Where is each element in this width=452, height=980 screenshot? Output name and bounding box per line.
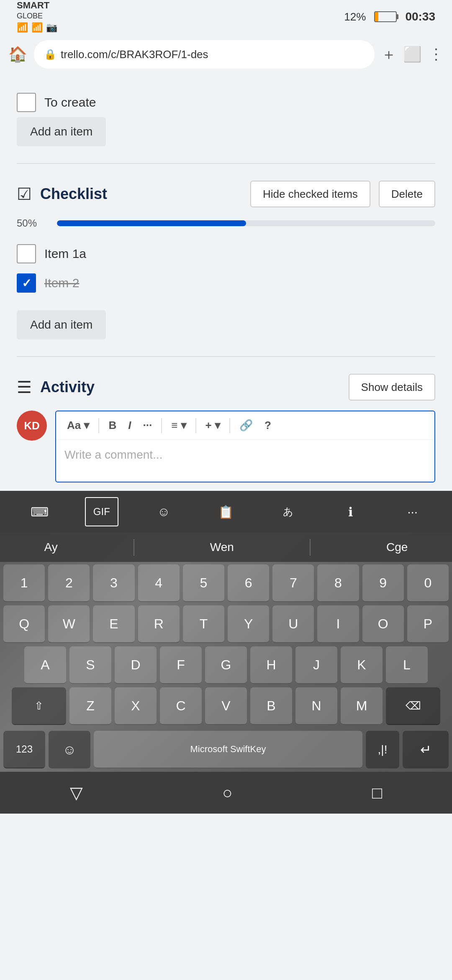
tab-switcher-button[interactable]: ⬜ [403, 46, 422, 63]
top-section: To create Add an item [17, 84, 435, 155]
space-key[interactable]: Microsoft SwiftKey [94, 731, 362, 768]
punctuation-key[interactable]: ,|! [366, 731, 399, 768]
delete-button[interactable]: Delete [379, 181, 435, 207]
comment-placeholder: Write a comment... [64, 448, 162, 461]
key-5[interactable]: 5 [183, 564, 224, 602]
key-4[interactable]: 4 [138, 564, 180, 602]
key-u[interactable]: U [272, 605, 314, 643]
suggestion-2[interactable]: Wen [198, 541, 247, 554]
url-bar[interactable]: 🔒 trello.com/c/BRAK3ROF/1-des [34, 40, 375, 69]
item-2-checkbox[interactable] [17, 273, 36, 293]
key-1[interactable]: 1 [3, 564, 45, 602]
gif-button[interactable]: GIF [85, 497, 118, 526]
new-tab-button[interactable]: ＋ [381, 44, 396, 65]
toolbar-separator-4 [229, 418, 230, 433]
key-d[interactable]: D [115, 646, 157, 684]
signal-bar-2: 📶 [31, 22, 43, 33]
comment-body[interactable]: Write a comment... [56, 440, 434, 482]
shift-key[interactable]: ⇧ [12, 687, 66, 725]
hide-checked-button[interactable]: Hide checked items [250, 181, 370, 207]
activity-title: Activity [40, 378, 340, 396]
clipboard-button[interactable]: 📋 [209, 497, 243, 526]
italic-button[interactable]: I [124, 416, 135, 434]
font-button[interactable]: Aa ▾ [63, 416, 93, 434]
key-v[interactable]: V [205, 687, 247, 725]
checklist-section: ☑ Checklist Hide checked items Delete 50… [17, 172, 435, 348]
info-button[interactable]: ℹ [334, 497, 367, 526]
url-text: trello.com/c/BRAK3ROF/1-des [61, 48, 208, 61]
key-t[interactable]: T [183, 605, 224, 643]
progress-container: 50% [17, 217, 435, 229]
key-s[interactable]: S [69, 646, 111, 684]
key-p[interactable]: P [407, 605, 449, 643]
key-l[interactable]: L [386, 646, 428, 684]
show-details-button[interactable]: Show details [349, 374, 435, 401]
key-e[interactable]: E [93, 605, 134, 643]
key-8[interactable]: 8 [317, 564, 359, 602]
to-create-checkbox[interactable] [17, 93, 36, 112]
key-x[interactable]: X [115, 687, 157, 725]
key-g[interactable]: G [205, 646, 247, 684]
key-m[interactable]: M [341, 687, 383, 725]
key-q[interactable]: Q [3, 605, 45, 643]
key-y[interactable]: Y [228, 605, 269, 643]
add-item-button-top[interactable]: Add an item [17, 117, 106, 146]
key-j[interactable]: J [295, 646, 337, 684]
checklist-header: ☑ Checklist Hide checked items Delete [17, 181, 435, 207]
backspace-key[interactable]: ⌫ [386, 687, 440, 725]
key-a[interactable]: A [24, 646, 66, 684]
key-3[interactable]: 3 [93, 564, 134, 602]
key-w[interactable]: W [48, 605, 90, 643]
key-b[interactable]: B [250, 687, 292, 725]
more-tools-button[interactable]: ··· [396, 497, 429, 526]
key-9[interactable]: 9 [362, 564, 404, 602]
item-1a-checkbox[interactable] [17, 244, 36, 263]
keyboard-switch-icon[interactable]: ⌨ [23, 497, 56, 526]
comment-editor[interactable]: Aa ▾ B I ··· ≡ ▾ + ▾ 🔗 ? Write a comment… [55, 411, 435, 482]
enter-key[interactable]: ↵ [403, 731, 449, 768]
user-avatar: KD [17, 411, 47, 441]
key-k[interactable]: K [341, 646, 383, 684]
activity-header: ☰ Activity Show details [17, 374, 435, 401]
browser-actions: ＋ ⬜ ⋮ [381, 44, 444, 65]
key-c[interactable]: C [160, 687, 202, 725]
add-item-button-checklist[interactable]: Add an item [17, 310, 106, 339]
checklist-title: Checklist [40, 185, 242, 203]
language-button[interactable]: あ [272, 497, 305, 526]
progress-bar-fill [57, 220, 246, 226]
key-7[interactable]: 7 [272, 564, 314, 602]
key-6[interactable]: 6 [228, 564, 269, 602]
help-button[interactable]: ? [260, 416, 275, 434]
key-h[interactable]: H [250, 646, 292, 684]
activity-icon: ☰ [17, 378, 32, 397]
toolbar-separator-2 [161, 418, 162, 433]
home-button[interactable]: ○ [222, 783, 232, 802]
key-i[interactable]: I [317, 605, 359, 643]
keyboard-bottom-row: 123 ☺ Microsoft SwiftKey ,|! ↵ [0, 731, 452, 772]
time-display: 00:33 [405, 10, 435, 23]
menu-button[interactable]: ⋮ [429, 46, 444, 63]
key-z[interactable]: Z [69, 687, 111, 725]
bold-button[interactable]: B [104, 416, 121, 434]
keyboard-rows: 1 2 3 4 5 6 7 8 9 0 Q W E R T Y U I O P … [0, 562, 452, 731]
suggestion-3[interactable]: Cge [374, 541, 420, 554]
to-create-label: To create [44, 95, 96, 110]
emoji-button[interactable]: ☺ [147, 497, 180, 526]
back-button[interactable]: ▽ [70, 783, 83, 802]
emoji-key[interactable]: ☺ [49, 731, 90, 768]
key-2[interactable]: 2 [48, 564, 90, 602]
add-button[interactable]: + ▾ [201, 416, 224, 434]
suggestion-1[interactable]: Ay [32, 541, 70, 554]
recents-button[interactable]: □ [372, 783, 382, 802]
link-button[interactable]: 🔗 [235, 416, 257, 434]
key-f[interactable]: F [160, 646, 202, 684]
numbers-toggle-key[interactable]: 123 [3, 731, 45, 768]
key-o[interactable]: O [362, 605, 404, 643]
key-n[interactable]: N [295, 687, 337, 725]
key-0[interactable]: 0 [407, 564, 449, 602]
key-r[interactable]: R [138, 605, 180, 643]
browser-bar: 🏠 🔒 trello.com/c/BRAK3ROF/1-des ＋ ⬜ ⋮ [0, 33, 452, 75]
more-format-button[interactable]: ··· [139, 416, 156, 434]
list-button[interactable]: ≡ ▾ [167, 416, 190, 434]
home-browser-icon[interactable]: 🏠 [8, 46, 27, 63]
